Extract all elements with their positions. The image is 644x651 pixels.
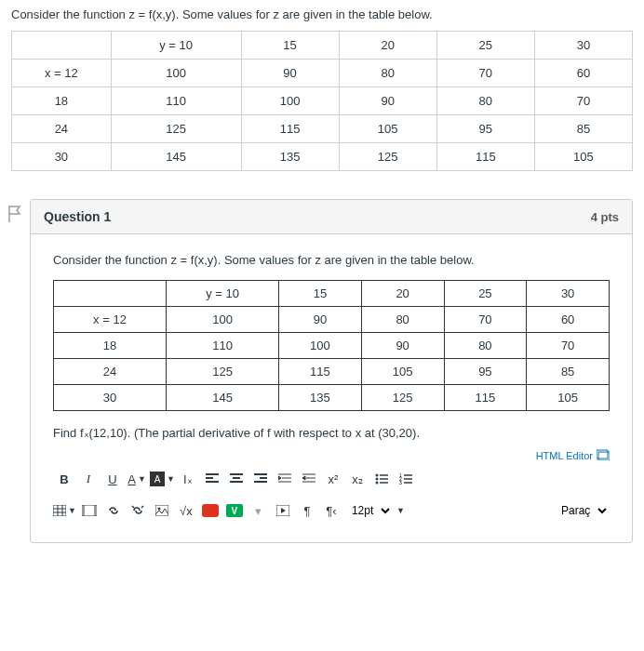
table-cell: 105 — [339, 115, 436, 143]
number-list-button[interactable]: 123 — [395, 468, 417, 490]
table-header: 20 — [361, 281, 444, 307]
align-left-button[interactable] — [201, 468, 223, 490]
table-cell: 90 — [361, 333, 444, 359]
insert-media-button[interactable] — [78, 499, 101, 522]
record-button[interactable] — [199, 499, 221, 522]
table-cell: 100 — [167, 307, 279, 333]
table-cell: 100 — [111, 60, 241, 87]
table-header: y = 10 — [167, 281, 279, 307]
rtl-button[interactable]: ¶‹ — [320, 499, 342, 522]
table-cell: 80 — [361, 307, 444, 333]
table-cell: 80 — [436, 87, 534, 115]
table-header: 15 — [241, 32, 339, 60]
table-cell: 105 — [361, 359, 444, 385]
table-cell: 70 — [534, 87, 632, 115]
svg-point-2 — [375, 474, 378, 477]
table-row: 18 110 100 90 80 70 — [12, 87, 633, 115]
bg-color-button[interactable]: A▼ — [150, 468, 175, 490]
table-cell: 30 — [12, 143, 112, 171]
unlink-button[interactable] — [127, 499, 149, 522]
table-cell: 105 — [527, 385, 610, 411]
html-editor-link[interactable]: HTML Editor — [536, 450, 593, 461]
question-header: Question 1 4 pts — [31, 200, 632, 234]
table-cell: 145 — [167, 385, 279, 411]
clear-format-button[interactable]: Iₓ — [177, 468, 199, 490]
table-cell: 18 — [54, 333, 167, 359]
table-cell: 105 — [534, 143, 632, 171]
table-row: 24 125 115 105 95 85 — [12, 115, 633, 143]
table-row: 30 145 135 125 115 105 — [54, 385, 610, 411]
table-header: 15 — [279, 281, 362, 307]
table-cell: 90 — [241, 60, 339, 87]
image-button[interactable] — [151, 499, 173, 522]
table-cell: 60 — [527, 307, 610, 333]
table-cell: 125 — [167, 359, 279, 385]
top-data-table: y = 10 15 20 25 30 x = 12 100 90 80 70 6… — [11, 31, 633, 171]
chevron-down-button[interactable]: ▾ — [248, 499, 270, 522]
table-header-row: y = 10 15 20 25 30 — [12, 32, 633, 60]
table-cell: 90 — [339, 87, 436, 115]
table-header: 25 — [436, 32, 534, 60]
table-cell: 125 — [339, 143, 436, 171]
question-points: 4 pts — [591, 210, 619, 224]
ltr-button[interactable]: ¶ — [296, 499, 318, 522]
svg-point-11 — [157, 508, 160, 511]
top-prompt-text: Consider the function z = f(x,y). Some v… — [11, 7, 633, 21]
sqrt-button[interactable]: √x — [175, 499, 197, 522]
table-row: x = 12 100 90 80 70 60 — [54, 307, 610, 333]
italic-button[interactable]: I — [77, 468, 100, 490]
table-cell: 100 — [279, 333, 362, 359]
table-cell: 80 — [444, 333, 527, 359]
table-header — [12, 32, 112, 60]
table-cell: 115 — [279, 359, 362, 385]
table-row: 18 110 100 90 80 70 — [54, 333, 610, 359]
link-button[interactable] — [102, 499, 125, 522]
table-cell: 125 — [111, 115, 241, 143]
table-row: x = 12 100 90 80 70 60 — [12, 60, 633, 87]
table-cell: 135 — [241, 143, 339, 171]
svg-text:3: 3 — [399, 480, 402, 485]
table-cell: 110 — [111, 87, 241, 115]
table-button[interactable]: ▼ — [53, 499, 76, 522]
table-cell: 18 — [12, 87, 112, 115]
flag-icon[interactable] — [7, 205, 22, 543]
table-cell: 115 — [444, 385, 527, 411]
outdent-button[interactable] — [298, 468, 320, 490]
subscript-button[interactable]: x₂ — [346, 468, 369, 490]
text-color-button[interactable]: A▼ — [126, 468, 148, 490]
underline-button[interactable]: U — [101, 468, 124, 490]
table-row: 24 125 115 105 95 85 — [54, 359, 610, 385]
question-find-text: Find fₓ(12,10). (The partial derivative … — [53, 426, 610, 440]
question-data-table: y = 10 15 20 25 30 x = 12 100 90 80 70 6… — [53, 280, 610, 411]
question-title: Question 1 — [44, 209, 111, 224]
superscript-button[interactable]: x² — [322, 468, 344, 490]
svg-point-3 — [375, 478, 378, 481]
table-header: y = 10 — [111, 32, 241, 60]
table-cell: 24 — [12, 115, 112, 143]
question-card: Question 1 4 pts Consider the function z… — [30, 199, 633, 543]
question-prompt: Consider the function z = f(x,y). Some v… — [53, 253, 610, 267]
align-right-button[interactable] — [249, 468, 272, 490]
font-size-select[interactable]: 12pt — [344, 503, 393, 518]
table-cell: 30 — [54, 385, 167, 411]
editor-toolbar: B I U A▼ A▼ Iₓ — [53, 466, 610, 496]
table-cell: 85 — [534, 115, 632, 143]
insert-v-button[interactable]: V — [223, 499, 246, 522]
table-cell: 24 — [54, 359, 167, 385]
table-cell: x = 12 — [54, 307, 167, 333]
bold-button[interactable]: B — [53, 468, 75, 490]
indent-button[interactable] — [274, 468, 296, 490]
bullet-list-button[interactable] — [370, 468, 393, 490]
table-header: 30 — [534, 32, 632, 60]
editor-icon[interactable] — [597, 449, 610, 462]
table-cell: 95 — [444, 359, 527, 385]
table-cell: 80 — [339, 60, 436, 87]
play-button[interactable] — [272, 499, 294, 522]
table-cell: 85 — [527, 359, 610, 385]
table-cell: 90 — [279, 307, 362, 333]
svg-rect-8 — [53, 505, 66, 516]
svg-point-4 — [375, 482, 378, 485]
align-center-button[interactable] — [225, 468, 248, 490]
paragraph-select[interactable]: Paraç — [554, 503, 610, 518]
table-header: 30 — [527, 281, 610, 307]
